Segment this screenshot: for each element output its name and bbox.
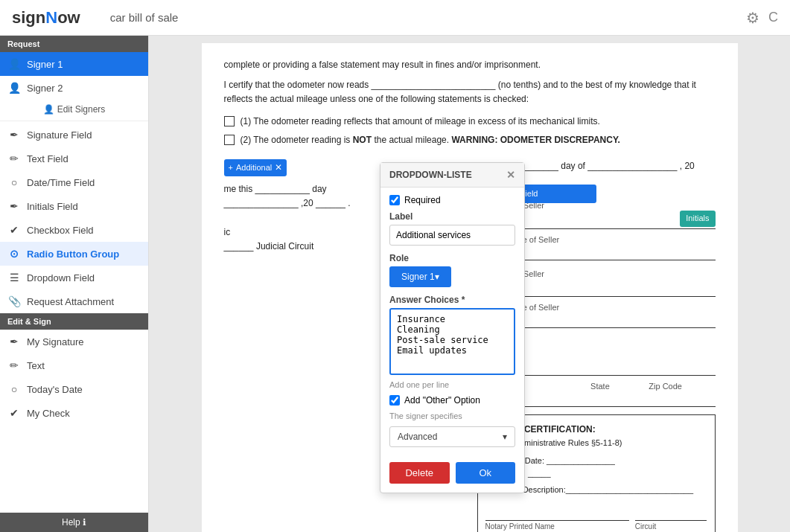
sidebar-item-my-check[interactable]: ✔ My Check: [0, 401, 148, 425]
delete-button[interactable]: Delete: [389, 462, 450, 484]
initials-label: Initials Field: [27, 201, 78, 212]
signer-specifies-text: The signer specifies: [389, 411, 515, 420]
my-sig-label: My Signature: [27, 336, 84, 347]
zip-label: Zip Code: [649, 380, 715, 394]
doc-checkbox-1[interactable]: [224, 116, 235, 126]
attachment-label: Request Attachment: [27, 296, 114, 307]
initials-chip[interactable]: Initials: [680, 211, 715, 227]
sidebar: Request 👤 Signer 1 👤 Signer 2 👤 Edit Sig…: [0, 36, 149, 532]
additional-chip[interactable]: + Additional ✕: [224, 159, 287, 176]
advanced-button[interactable]: Advanced ▾: [389, 426, 515, 447]
text-field-icon: ✏: [7, 153, 21, 164]
edit-signers-button[interactable]: 👤 Edit Signers: [0, 100, 148, 119]
text-label: Text: [27, 360, 45, 371]
checkbox-1-text: (1) The odometer reading reflects that a…: [240, 115, 600, 129]
advanced-icon: ▾: [503, 432, 507, 442]
check-label: My Check: [27, 408, 70, 419]
checkbox-2-text: (2) The odometer reading is NOT the actu…: [240, 133, 620, 147]
check-icon: ✔: [7, 407, 21, 419]
signer1-label: Signer 1: [27, 59, 63, 70]
chip-close-icon[interactable]: ✕: [275, 161, 282, 175]
popup-close-button[interactable]: ✕: [506, 169, 515, 181]
sidebar-item-signature-field[interactable]: ✒ Signature Field: [0, 123, 148, 147]
notary-name-line: [485, 506, 629, 521]
required-checkbox[interactable]: [389, 195, 400, 205]
doc-text-1: complete or providing a false statement …: [224, 58, 716, 72]
doc-text-2: I certify that the odometer now reads __…: [224, 78, 716, 106]
signer1-icon: 👤: [7, 58, 21, 70]
date-label: Today's Date: [27, 384, 83, 395]
sidebar-item-my-signature[interactable]: ✒ My Signature: [0, 330, 148, 353]
edit-signers-person-icon: 👤: [43, 104, 54, 115]
sidebar-item-datetime-field[interactable]: ○ Date/Time Field: [0, 170, 148, 194]
signer2-label: Signer 2: [27, 83, 63, 94]
state-col: State: [590, 380, 646, 394]
ok-button[interactable]: Ok: [456, 462, 516, 484]
signer2-icon: 👤: [7, 82, 21, 94]
role-label: Role: [389, 253, 515, 263]
checkbox-icon: ✔: [7, 224, 21, 236]
document-title: car bill of sale: [110, 11, 746, 24]
zip-col: Zip Code: [649, 380, 715, 394]
sidebar-item-request-attachment[interactable]: 📎 Request Attachment: [0, 289, 148, 313]
edit-signers-label: Edit Signers: [57, 104, 106, 115]
logo: signNow: [12, 8, 80, 28]
datetime-icon: ○: [7, 176, 21, 188]
sidebar-item-radio-button-group[interactable]: ⊙ Radio Button Group: [0, 242, 148, 266]
sidebar-item-todays-date[interactable]: ○ Today's Date: [0, 377, 148, 401]
attachment-icon: 📎: [7, 295, 21, 307]
label-field-label: Label: [389, 211, 515, 222]
header-user-icon[interactable]: C: [768, 10, 778, 25]
dropdown-icon: ☰: [7, 272, 21, 283]
sidebar-item-initials-field[interactable]: ✒ Initials Field: [0, 194, 148, 218]
signature-field-icon: ✒: [7, 129, 21, 141]
notary-name-label: Notary Printed Name: [485, 521, 629, 532]
initials-icon: ✒: [7, 200, 21, 212]
date-icon: ○: [7, 383, 21, 395]
doc-checkboxes: (1) The odometer reading reflects that a…: [224, 115, 716, 147]
sidebar-item-text[interactable]: ✏ Text: [0, 353, 148, 377]
add-other-row: Add "Other" Option: [389, 395, 515, 406]
help-label: Help: [62, 517, 80, 528]
answer-choices-textarea[interactable]: Insurance Cleaning Post-sale service Ema…: [389, 308, 515, 375]
sidebar-item-text-field[interactable]: ✏ Text Field: [0, 147, 148, 170]
required-row: Required: [389, 195, 515, 205]
popup-header: DROPDOWN-LISTE ✕: [380, 163, 524, 188]
role-value: Signer 1: [401, 272, 435, 282]
answer-choices-label: Answer Choices *: [389, 295, 515, 305]
state-label: State: [590, 380, 646, 394]
sidebar-item-checkbox-field[interactable]: ✔ Checkbox Field: [0, 218, 148, 242]
role-dropdown-icon: ▾: [435, 272, 439, 282]
circuit-line: [635, 506, 707, 521]
sidebar-item-signer1[interactable]: 👤 Signer 1: [0, 52, 148, 76]
popup-footer: Delete Ok: [380, 462, 524, 493]
required-label: Required: [404, 195, 441, 205]
help-bar[interactable]: Help ℹ: [0, 513, 148, 532]
edit-sign-section-label: Edit & Sign: [0, 313, 148, 330]
label-input[interactable]: [389, 225, 515, 246]
content-area: complete or providing a false statement …: [149, 36, 790, 532]
circuit-label: Circuit: [635, 521, 707, 532]
dropdown-popup: DROPDOWN-LISTE ✕ Required Label Role Sig…: [380, 162, 525, 493]
doc-checkbox-2[interactable]: [224, 135, 235, 145]
add-other-checkbox[interactable]: [389, 395, 400, 406]
checkbox-row-1: (1) The odometer reading reflects that a…: [224, 115, 716, 129]
my-sig-icon: ✒: [7, 336, 21, 347]
sidebar-item-dropdown-field[interactable]: ☰ Dropdown Field: [0, 266, 148, 289]
header: signNow car bill of sale ⚙ C: [0, 0, 790, 36]
add-other-label: Add "Other" Option: [404, 395, 480, 406]
request-section-label: Request: [0, 36, 148, 52]
text-icon: ✏: [7, 359, 21, 371]
advanced-label: Advanced: [398, 432, 437, 442]
main-layout: Request 👤 Signer 1 👤 Signer 2 👤 Edit Sig…: [0, 36, 790, 532]
additional-chip-label: Additional: [236, 161, 272, 175]
popup-body: Required Label Role Signer 1 ▾ Answer Ch…: [380, 188, 524, 462]
gear-icon[interactable]: ⚙: [746, 9, 759, 27]
text-field-label: Text Field: [27, 153, 69, 164]
checkbox-row-2: (2) The odometer reading is NOT the actu…: [224, 133, 716, 147]
radio-label: Radio Button Group: [27, 249, 119, 260]
chip-add-icon: +: [229, 161, 233, 175]
role-button[interactable]: Signer 1 ▾: [389, 266, 451, 287]
popup-title: DROPDOWN-LISTE: [389, 170, 472, 180]
sidebar-item-signer2[interactable]: 👤 Signer 2: [0, 76, 148, 100]
